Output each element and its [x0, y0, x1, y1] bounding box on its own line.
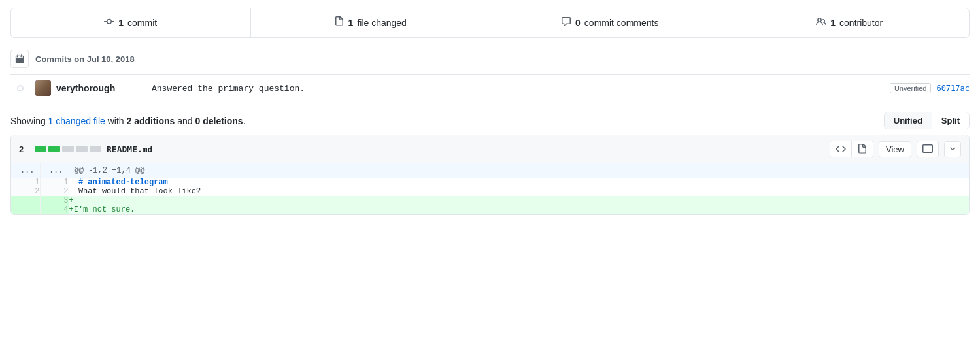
diff-bar-gray-3	[90, 146, 101, 152]
showing-text: Showing	[10, 116, 48, 126]
diff-file-count: 2	[19, 144, 29, 154]
suffix-text: .	[243, 116, 246, 126]
file-changed-icon	[334, 16, 345, 29]
with-text: with	[105, 116, 127, 126]
avatar	[35, 80, 51, 96]
contributor-icon	[816, 16, 826, 29]
stats-bar: 1 commit 1 file changed 0 commit comment…	[10, 8, 970, 38]
diff-bar-gray-1	[62, 146, 74, 152]
hunk-header-row: ... ... @@ -1,2 +1,4 @@	[11, 163, 969, 178]
line-new-num-4: 4	[40, 205, 69, 214]
line-content-4: +I'm not sure.	[69, 205, 969, 214]
doc-view-button[interactable]	[852, 141, 873, 157]
display-button[interactable]	[917, 141, 939, 157]
unverified-badge[interactable]: Unverified	[890, 83, 932, 93]
commit-comments-count: 0	[575, 18, 581, 28]
hunk-old-num: ...	[11, 163, 40, 178]
changed-file-link[interactable]: 1 changed file	[48, 116, 105, 126]
contributors-label: contributor	[839, 18, 883, 28]
diff-bar-gray-2	[76, 146, 88, 152]
commit-right: Unverified 60717ac	[890, 83, 970, 93]
commit-comments-label: commit comments	[584, 18, 659, 28]
additions-text: 2 additions	[126, 116, 175, 126]
line-content-2: What would that look like?	[69, 187, 969, 196]
diff-line-3: 3 +	[11, 196, 969, 205]
diff-file-actions: View	[830, 141, 961, 157]
files-changed-stat[interactable]: 1 file changed	[251, 8, 491, 37]
collapse-button[interactable]	[944, 141, 961, 157]
diff-bar	[35, 146, 101, 152]
diff-bar-green-1	[35, 146, 46, 152]
unified-view-button[interactable]: Unified	[885, 112, 932, 129]
files-changed-count: 1	[348, 18, 354, 28]
diff-bar-green-2	[48, 146, 60, 152]
contributors-count: 1	[830, 18, 836, 28]
commits-section: Commits on Jul 10, 2018 verythorough Ans…	[10, 46, 970, 101]
line-new-num-1: 1	[40, 178, 69, 187]
diff-line-1: 1 1 # animated-telegram	[11, 178, 969, 187]
commit-author[interactable]: verythorough	[56, 83, 141, 93]
commits-stat[interactable]: 1 commit	[11, 8, 251, 37]
avatar-image	[35, 80, 51, 96]
view-toggle: Unified Split	[884, 112, 970, 129]
line-old-num-4	[11, 205, 40, 214]
commits-label: commit	[127, 18, 157, 28]
diff-block: 2 README.md View	[10, 135, 970, 215]
files-changed-label: file changed	[357, 18, 407, 28]
hunk-new-num: ...	[40, 163, 69, 178]
line-old-num-2: 2	[11, 187, 40, 196]
deletions-text: 0 deletions	[195, 116, 243, 126]
line-old-num-1: 1	[11, 178, 40, 187]
code-view-button[interactable]	[830, 141, 852, 157]
split-view-button[interactable]: Split	[932, 112, 969, 129]
diff-file-header: 2 README.md View	[11, 135, 969, 163]
contributors-stat[interactable]: 1 contributor	[730, 8, 970, 37]
commits-date: Commits on Jul 10, 2018	[35, 54, 135, 64]
and-text: and	[175, 116, 195, 126]
commits-date-header: Commits on Jul 10, 2018	[10, 46, 970, 72]
commit-row: verythorough Answered the primary questi…	[10, 74, 970, 101]
commit-dot	[17, 85, 24, 91]
commit-hash[interactable]: 60717ac	[936, 84, 970, 93]
line-content-1: # animated-telegram	[69, 178, 969, 187]
diff-filename: README.md	[107, 144, 152, 154]
comment-icon	[561, 16, 571, 29]
line-new-num-3: 3	[40, 196, 69, 205]
commit-icon	[104, 16, 114, 29]
hunk-header-content: @@ -1,2 +1,4 @@	[69, 163, 969, 178]
diff-line-4: 4 +I'm not sure.	[11, 205, 969, 214]
view-button[interactable]: View	[879, 141, 911, 157]
line-new-num-2: 2	[40, 187, 69, 196]
diff-summary-text: Showing 1 changed file with 2 additions …	[10, 116, 246, 126]
diff-line-2: 2 2 What would that look like?	[11, 187, 969, 196]
diff-summary: Showing 1 changed file with 2 additions …	[10, 112, 970, 129]
commits-count: 1	[118, 18, 124, 28]
line-content-3: +	[69, 196, 969, 205]
line-old-num-3	[11, 196, 40, 205]
commit-message: Answered the primary question.	[152, 84, 890, 93]
calendar-icon	[10, 50, 29, 68]
diff-action-group	[830, 141, 873, 157]
diff-table: ... ... @@ -1,2 +1,4 @@ 1 1 # animated-t…	[11, 163, 969, 214]
commit-comments-stat[interactable]: 0 commit comments	[490, 8, 730, 37]
